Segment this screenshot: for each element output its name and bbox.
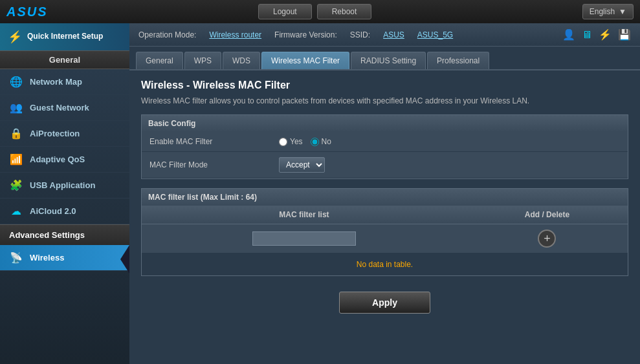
wireless-label: Wireless: [30, 253, 64, 262]
usb-icon: ⚡: [599, 28, 612, 41]
asus-logo: ASUS: [6, 5, 48, 19]
network-map-label: Network Map: [30, 77, 82, 87]
chevron-down-icon: ▼: [619, 7, 626, 16]
guest-network-icon: 👥: [9, 102, 23, 114]
tab-wds[interactable]: WDS: [223, 52, 260, 69]
guest-network-label: Guest Network: [30, 103, 89, 112]
logout-button[interactable]: Logout: [258, 4, 312, 19]
sidebar-item-wireless[interactable]: 📡 Wireless: [0, 245, 129, 271]
aiprotection-icon: 🔒: [9, 127, 23, 140]
content-area: Operation Mode: Wireless router Firmware…: [129, 23, 640, 364]
usb-application-label: USB Application: [30, 180, 95, 190]
sidebar-item-usb-application[interactable]: 🧩 USB Application: [0, 173, 129, 198]
disk-icon: 💾: [618, 28, 631, 41]
usb-application-icon: 🧩: [9, 179, 23, 191]
topbar-actions: Logout Reboot: [258, 4, 371, 19]
add-delete-cell: +: [467, 224, 628, 253]
mac-filter-list-header: MAC filter list (Max Limit : 64): [142, 189, 628, 206]
tab-professional[interactable]: Professional: [427, 52, 489, 69]
mac-filter-list-section: MAC filter list (Max Limit : 64) MAC fil…: [141, 188, 628, 276]
basic-config-header: Basic Config: [142, 115, 628, 132]
enable-mac-filter-label: Enable MAC Filter: [149, 137, 279, 146]
general-section-label: General: [0, 50, 129, 69]
adaptive-qos-icon: 📶: [9, 153, 23, 166]
sidebar-item-guest-network[interactable]: 👥 Guest Network: [0, 95, 129, 121]
ssid-value1[interactable]: ASUS: [383, 30, 404, 39]
mac-filter-mode-select[interactable]: Accept Reject: [279, 157, 325, 173]
page-title: Wireless - Wireless MAC Filter: [141, 80, 628, 91]
apply-button[interactable]: Apply: [339, 292, 430, 314]
apply-area: Apply: [141, 285, 628, 320]
basic-config-body: Enable MAC Filter Yes No: [142, 132, 628, 178]
tab-radius[interactable]: RADIUS Setting: [351, 52, 426, 69]
operation-mode-label: Operation Mode:: [138, 30, 196, 39]
aiprotection-label: AiProtection: [30, 129, 80, 138]
no-label: No: [322, 137, 331, 146]
page-content: Wireless - Wireless MAC Filter Wireless …: [129, 70, 640, 364]
enable-mac-filter-row: Enable MAC Filter Yes No: [142, 132, 628, 152]
sidebar-item-adaptive-qos[interactable]: 📶 Adaptive QoS: [0, 147, 129, 173]
mac-input-cell: [142, 224, 467, 253]
mac-filter-table: MAC filter list Add / Delete: [142, 206, 628, 253]
sidebar-item-aicloud[interactable]: ☁ AiCloud 2.0: [0, 198, 129, 224]
no-data-message: No data in table.: [142, 253, 628, 275]
quick-internet-setup-button[interactable]: ⚡ Quick Internet Setup: [0, 23, 129, 50]
ssid-value2[interactable]: ASUS_5G: [417, 30, 453, 39]
language-selector[interactable]: English ▼: [582, 4, 634, 19]
add-mac-button[interactable]: +: [538, 230, 556, 248]
basic-config-section: Basic Config Enable MAC Filter Yes No: [141, 114, 628, 179]
aicloud-label: AiCloud 2.0: [30, 206, 76, 216]
sidebar-item-aiprotection[interactable]: 🔒 AiProtection: [0, 121, 129, 147]
topbar: ASUS Logout Reboot English ▼: [0, 0, 640, 23]
firmware-label: Firmware Version:: [274, 30, 337, 39]
language-label: English: [590, 7, 615, 16]
sidebar-item-network-map[interactable]: 🌐 Network Map: [0, 69, 129, 95]
operation-mode-value[interactable]: Wireless router: [209, 30, 261, 39]
ssid-label: SSID:: [350, 30, 370, 39]
mac-filter-mode-control: Accept Reject: [279, 157, 325, 173]
table-header-row: MAC filter list Add / Delete: [142, 206, 628, 224]
quick-setup-label: Quick Internet Setup: [27, 32, 103, 42]
col-add-delete: Add / Delete: [467, 206, 628, 224]
tab-mac-filter[interactable]: Wireless MAC Filter: [261, 52, 349, 69]
mac-filter-mode-row: MAC Filter Mode Accept Reject: [142, 152, 628, 178]
col-mac-filter-list: MAC filter list: [142, 206, 467, 224]
yes-label: Yes: [290, 137, 303, 146]
aicloud-icon: ☁: [9, 205, 23, 217]
tab-wps[interactable]: WPS: [184, 52, 221, 69]
mac-filter-list-body: MAC filter list Add / Delete: [142, 206, 628, 275]
person-icon: 👤: [562, 28, 575, 41]
info-bar: Operation Mode: Wireless router Firmware…: [129, 23, 640, 47]
advanced-settings-label: Advanced Settings: [0, 224, 129, 245]
page-description: Wireless MAC filter allows you to contro…: [141, 96, 628, 105]
wireless-icon: 📡: [9, 252, 23, 264]
yes-radio[interactable]: [279, 138, 287, 146]
main-layout: ⚡ Quick Internet Setup General 🌐 Network…: [0, 23, 640, 364]
tab-general[interactable]: General: [136, 52, 183, 69]
mac-address-input[interactable]: [252, 231, 356, 246]
no-radio-label[interactable]: No: [311, 137, 331, 146]
no-radio[interactable]: [311, 138, 319, 146]
mac-filter-mode-label: MAC Filter Mode: [149, 160, 279, 169]
adaptive-qos-label: Adaptive QoS: [30, 155, 85, 164]
reboot-button[interactable]: Reboot: [317, 4, 372, 19]
display-icon: 🖥: [582, 28, 592, 41]
yes-radio-label[interactable]: Yes: [279, 137, 303, 146]
enable-mac-filter-control: Yes No: [279, 137, 331, 146]
network-map-icon: 🌐: [9, 76, 23, 88]
add-icon: +: [544, 232, 551, 246]
table-input-row: +: [142, 224, 628, 253]
tabs-bar: General WPS WDS Wireless MAC Filter RADI…: [129, 47, 640, 70]
status-icons: 👤 🖥 ⚡ 💾: [562, 28, 631, 41]
sidebar: ⚡ Quick Internet Setup General 🌐 Network…: [0, 23, 129, 364]
quick-setup-icon: ⚡: [8, 30, 22, 44]
